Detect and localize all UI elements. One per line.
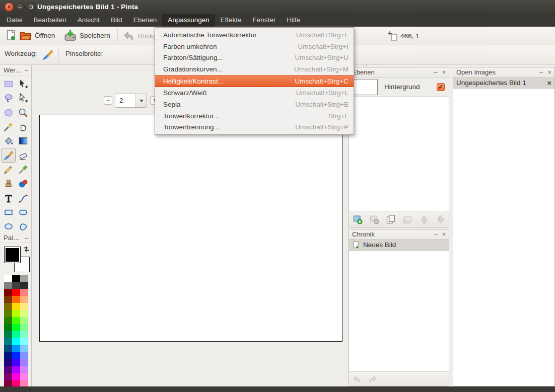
minimize-panel-icon[interactable]: – — [539, 70, 543, 75]
ellipse-tool[interactable] — [2, 219, 16, 233]
palette-swatch[interactable] — [12, 352, 20, 359]
merge-layer-down-button[interactable] — [402, 214, 412, 224]
layer-visible-checkbox[interactable]: ✓ — [437, 83, 445, 91]
palette-swatch[interactable] — [4, 373, 12, 380]
move-layer-up-button[interactable] — [419, 214, 429, 224]
minimize-panel-icon[interactable]: – — [25, 236, 28, 240]
lasso-select-tool[interactable] — [2, 91, 16, 105]
paint-bucket-tool[interactable] — [2, 134, 16, 148]
brush-width-decrease-button[interactable]: − — [104, 96, 112, 105]
palette-swatch[interactable] — [4, 331, 12, 338]
palette-swatch[interactable] — [12, 345, 20, 352]
menu-item-helligkeit-kontrast[interactable]: Helligkeit/Kontrast...Umschalt+Strg+C — [155, 75, 354, 88]
palette-swatch[interactable] — [12, 366, 20, 373]
brush-width-spinner[interactable]: 2 — [115, 94, 147, 108]
open-image-item[interactable]: Ungespeichertes Bild 1× — [453, 77, 554, 89]
close-icon[interactable]: × — [5, 3, 14, 12]
palette-swatch[interactable] — [12, 282, 20, 289]
zoom-tool[interactable] — [16, 106, 30, 120]
palette-swatch[interactable] — [20, 275, 28, 282]
palette-swatch[interactable] — [4, 282, 12, 289]
new-image-button[interactable] — [5, 29, 18, 42]
menu-item-sepia[interactable]: SepiaUmschalt+Strg+E — [155, 99, 354, 110]
palette-swatch[interactable] — [4, 338, 12, 345]
palette-swatch[interactable] — [4, 317, 12, 324]
palette-swatch[interactable] — [12, 359, 20, 366]
palette-swatch[interactable] — [20, 345, 28, 352]
menu-item-farben-umkehren[interactable]: Farben umkehrenUmschalt+Strg+I — [155, 41, 354, 52]
primary-color-swatch[interactable] — [4, 247, 21, 263]
open-button[interactable]: Öffnen — [19, 29, 55, 42]
palette-swatch[interactable] — [20, 324, 28, 331]
menubar-item-ebenen[interactable]: Ebenen — [128, 14, 163, 27]
current-tool-button[interactable] — [42, 49, 53, 60]
menu-item-gradationskurven[interactable]: Gradationskurven...Umschalt+Strg+M — [155, 63, 354, 75]
minimize-panel-icon[interactable]: – — [25, 68, 28, 72]
menubar-item-ansicht[interactable]: Ansicht — [72, 14, 105, 27]
magic-wand-tool[interactable] — [2, 120, 16, 134]
palette-swatch[interactable] — [20, 317, 28, 324]
move-layer-down-button[interactable] — [436, 214, 446, 224]
palette-swatch[interactable] — [12, 331, 20, 338]
menubar-item-fenster[interactable]: Fenster — [247, 14, 282, 27]
menu-item-tonwertkorrektur[interactable]: Tonwertkorrektur...Strg+L — [155, 110, 354, 122]
pencil-tool[interactable] — [2, 163, 16, 177]
menu-item-schwarz-weiß[interactable]: Schwarz/WeißUmschalt+Strg+L — [155, 87, 354, 99]
palette-swatch[interactable] — [20, 338, 28, 345]
palette-swatch[interactable] — [20, 310, 28, 317]
layer-row[interactable]: Hintergrund ✓ — [349, 77, 449, 97]
palette-swatch[interactable] — [12, 324, 20, 331]
palette-swatch[interactable] — [4, 359, 12, 366]
palette-swatch[interactable] — [4, 324, 12, 331]
line-curve-tool[interactable] — [16, 191, 30, 205]
menu-item-farbton-sättigung[interactable]: Farbton/Sättigung...Umschalt+Strg+U — [155, 52, 354, 63]
palette-swatch[interactable] — [20, 289, 28, 296]
clone-stamp-tool[interactable] — [2, 177, 16, 191]
swap-colors-icon[interactable] — [23, 246, 30, 253]
spinner-dropdown[interactable] — [135, 94, 147, 107]
menubar-item-datei[interactable]: Datei — [1, 14, 28, 27]
move-tool[interactable] — [16, 91, 30, 105]
palette-swatch[interactable] — [4, 310, 12, 317]
pan-tool[interactable] — [16, 120, 30, 134]
gradient-tool[interactable] — [16, 134, 30, 148]
palette-swatch[interactable] — [20, 366, 28, 373]
close-panel-icon[interactable]: × — [442, 70, 446, 75]
palette-swatch[interactable] — [4, 352, 12, 359]
menu-item-automatische-tonwertkorrektur[interactable]: Automatische TonwertkorrekturUmschalt+St… — [155, 29, 354, 41]
eraser-tool[interactable] — [16, 148, 30, 162]
close-panel-icon[interactable]: × — [547, 70, 551, 75]
menubar-item-effekte[interactable]: Effekte — [215, 14, 247, 27]
text-tool[interactable] — [2, 191, 16, 205]
rounded-rectangle-tool[interactable] — [16, 205, 30, 219]
minimize-panel-icon[interactable]: – — [434, 70, 437, 75]
add-layer-button[interactable] — [353, 214, 363, 224]
maximize-icon[interactable] — [27, 3, 36, 12]
duplicate-layer-button[interactable] — [386, 214, 396, 224]
palette-swatch[interactable] — [20, 359, 28, 366]
menu-item-tonwerttrennung[interactable]: Tonwerttrennung...Umschalt+Strg+P — [155, 122, 354, 133]
palette-swatch[interactable] — [4, 296, 12, 303]
menubar-item-bild[interactable]: Bild — [105, 14, 128, 27]
save-button[interactable]: Speichern — [64, 29, 110, 42]
recolor-tool[interactable] — [16, 177, 30, 191]
palette-swatch[interactable] — [4, 303, 12, 310]
delete-layer-button[interactable] — [369, 214, 379, 224]
palette-swatch[interactable] — [12, 310, 20, 317]
rectangle-tool[interactable] — [2, 205, 16, 219]
palette-swatch[interactable] — [20, 331, 28, 338]
palette-swatch[interactable] — [12, 338, 20, 345]
freeform-shape-tool[interactable] — [16, 219, 30, 233]
paintbrush-tool[interactable] — [2, 148, 16, 162]
palette-swatch[interactable] — [12, 303, 20, 310]
palette-swatch[interactable] — [12, 373, 20, 380]
canvas[interactable] — [39, 115, 342, 342]
history-item[interactable]: Neues Bild — [349, 240, 449, 251]
undo-history-button[interactable] — [353, 374, 362, 383]
minimize-panel-icon[interactable]: – — [434, 232, 437, 237]
palette-swatch[interactable] — [12, 289, 20, 296]
move-selection-tool[interactable] — [16, 77, 30, 91]
close-panel-icon[interactable]: × — [442, 232, 446, 237]
palette-swatch[interactable] — [4, 345, 12, 352]
ellipse-select-tool[interactable] — [2, 106, 16, 120]
